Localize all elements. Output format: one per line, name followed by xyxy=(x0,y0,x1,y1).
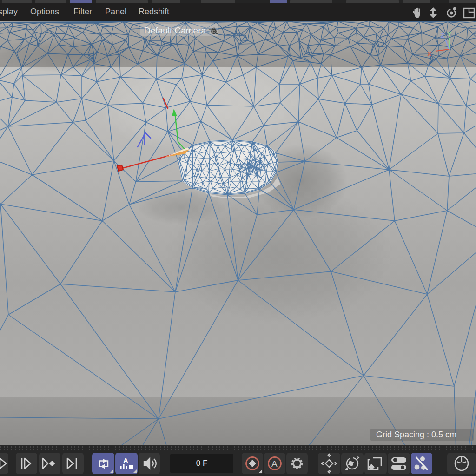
svg-text:X: X xyxy=(427,50,432,58)
svg-text:A: A xyxy=(271,459,278,469)
svg-text:Y: Y xyxy=(447,30,452,38)
svg-text:A: A xyxy=(123,456,128,464)
svg-text:Z: Z xyxy=(441,32,445,39)
